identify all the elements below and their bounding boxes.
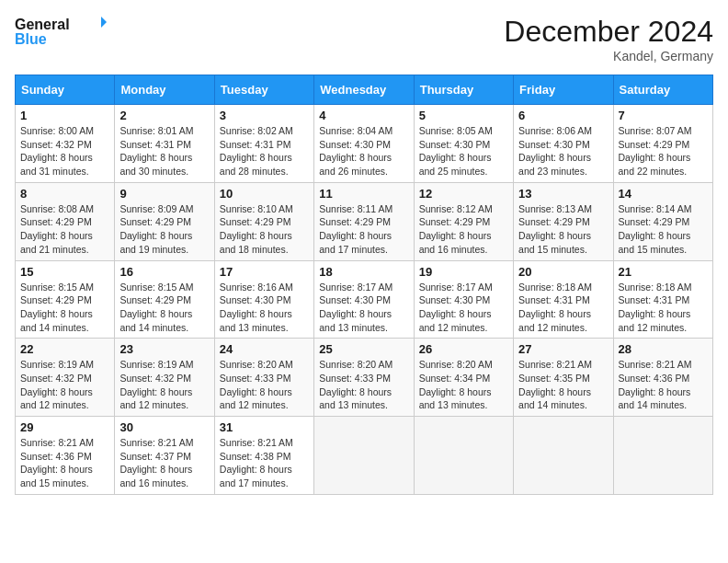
day-number: 23 [119, 342, 209, 356]
day-number: 24 [220, 342, 309, 356]
day-number: 11 [319, 187, 408, 201]
month-title: December 2024 [504, 15, 713, 49]
calendar-cell: 23Sunrise: 8:19 AMSunset: 4:32 PMDayligh… [115, 339, 214, 417]
calendar-cell: 17Sunrise: 8:16 AMSunset: 4:30 PMDayligh… [214, 260, 313, 339]
calendar-cell: 9Sunrise: 8:09 AMSunset: 4:29 PMDaylight… [115, 182, 214, 260]
calendar-cell: 13Sunrise: 8:13 AMSunset: 4:29 PMDayligh… [514, 182, 613, 260]
svg-text:Blue: Blue [15, 31, 47, 47]
day-number: 16 [119, 265, 209, 279]
day-number: 1 [20, 109, 109, 122]
day-info: Sunrise: 8:21 AMSunset: 4:36 PMDaylight:… [20, 436, 109, 490]
calendar-cell: 31Sunrise: 8:21 AMSunset: 4:38 PMDayligh… [214, 417, 313, 495]
day-number: 28 [619, 342, 708, 356]
day-info: Sunrise: 8:18 AMSunset: 4:31 PMDaylight:… [619, 281, 708, 335]
day-info: Sunrise: 8:08 AMSunset: 4:29 PMDaylight:… [20, 202, 109, 257]
calendar-table: SundayMondayTuesdayWednesdayThursdayFrid… [15, 75, 713, 495]
weekday-header: Thursday [414, 75, 513, 105]
svg-text:General: General [15, 17, 70, 32]
day-info: Sunrise: 8:09 AMSunset: 4:29 PMDaylight:… [119, 202, 209, 257]
calendar-cell: 4Sunrise: 8:04 AMSunset: 4:30 PMDaylight… [314, 105, 414, 183]
day-number: 22 [20, 342, 109, 356]
day-number: 7 [619, 109, 708, 122]
day-info: Sunrise: 8:20 AMSunset: 4:33 PMDaylight:… [220, 358, 309, 412]
day-number: 13 [518, 187, 608, 201]
calendar-cell: 6Sunrise: 8:06 AMSunset: 4:30 PMDaylight… [514, 105, 613, 183]
day-number: 19 [419, 265, 508, 279]
day-info: Sunrise: 8:06 AMSunset: 4:30 PMDaylight:… [518, 124, 608, 178]
day-info: Sunrise: 8:20 AMSunset: 4:33 PMDaylight:… [319, 358, 408, 412]
day-info: Sunrise: 8:15 AMSunset: 4:29 PMDaylight:… [20, 281, 109, 335]
day-number: 31 [220, 420, 309, 434]
calendar-header-row: SundayMondayTuesdayWednesdayThursdayFrid… [16, 75, 713, 105]
logo-icon: General Blue [15, 15, 107, 48]
day-number: 17 [220, 265, 309, 279]
logo: General Blue [15, 15, 107, 48]
day-info: Sunrise: 8:12 AMSunset: 4:29 PMDaylight:… [419, 202, 508, 257]
calendar-cell: 10Sunrise: 8:10 AMSunset: 4:29 PMDayligh… [214, 182, 313, 260]
page-header: General Blue December 2024 Kandel, Germa… [15, 15, 713, 63]
calendar-cell [613, 417, 712, 495]
calendar-cell: 22Sunrise: 8:19 AMSunset: 4:32 PMDayligh… [16, 339, 115, 417]
calendar-cell: 1Sunrise: 8:00 AMSunset: 4:32 PMDaylight… [16, 105, 115, 183]
day-info: Sunrise: 8:04 AMSunset: 4:30 PMDaylight:… [319, 124, 408, 178]
day-number: 15 [20, 265, 109, 279]
calendar-week-row: 1Sunrise: 8:00 AMSunset: 4:32 PMDaylight… [16, 105, 713, 183]
day-info: Sunrise: 8:14 AMSunset: 4:29 PMDaylight:… [619, 202, 708, 257]
day-number: 25 [319, 342, 408, 356]
weekday-header: Tuesday [214, 75, 313, 105]
day-number: 26 [419, 342, 508, 356]
day-info: Sunrise: 8:17 AMSunset: 4:30 PMDaylight:… [319, 281, 408, 335]
svg-marker-2 [101, 17, 107, 28]
calendar-cell [314, 417, 414, 495]
calendar-cell: 27Sunrise: 8:21 AMSunset: 4:35 PMDayligh… [514, 339, 613, 417]
day-number: 30 [119, 420, 209, 434]
weekday-header: Wednesday [314, 75, 414, 105]
calendar-cell: 21Sunrise: 8:18 AMSunset: 4:31 PMDayligh… [613, 260, 712, 339]
calendar-cell: 14Sunrise: 8:14 AMSunset: 4:29 PMDayligh… [613, 182, 712, 260]
weekday-header: Saturday [613, 75, 712, 105]
calendar-cell: 15Sunrise: 8:15 AMSunset: 4:29 PMDayligh… [16, 260, 115, 339]
weekday-header: Monday [115, 75, 214, 105]
calendar-cell: 3Sunrise: 8:02 AMSunset: 4:31 PMDaylight… [214, 105, 313, 183]
weekday-header: Sunday [16, 75, 115, 105]
calendar-cell: 28Sunrise: 8:21 AMSunset: 4:36 PMDayligh… [613, 339, 712, 417]
calendar-cell: 5Sunrise: 8:05 AMSunset: 4:30 PMDaylight… [414, 105, 513, 183]
day-number: 4 [319, 109, 408, 122]
day-number: 9 [119, 187, 209, 201]
day-info: Sunrise: 8:00 AMSunset: 4:32 PMDaylight:… [20, 124, 109, 178]
calendar-week-row: 8Sunrise: 8:08 AMSunset: 4:29 PMDaylight… [16, 182, 713, 260]
calendar-cell: 11Sunrise: 8:11 AMSunset: 4:29 PMDayligh… [314, 182, 414, 260]
calendar-cell: 8Sunrise: 8:08 AMSunset: 4:29 PMDaylight… [16, 182, 115, 260]
calendar-cell: 20Sunrise: 8:18 AMSunset: 4:31 PMDayligh… [514, 260, 613, 339]
day-number: 21 [619, 265, 708, 279]
day-info: Sunrise: 8:19 AMSunset: 4:32 PMDaylight:… [20, 358, 109, 412]
day-info: Sunrise: 8:02 AMSunset: 4:31 PMDaylight:… [220, 124, 309, 178]
day-info: Sunrise: 8:01 AMSunset: 4:31 PMDaylight:… [119, 124, 209, 178]
day-info: Sunrise: 8:19 AMSunset: 4:32 PMDaylight:… [119, 358, 209, 412]
day-number: 29 [20, 420, 109, 434]
calendar-cell: 18Sunrise: 8:17 AMSunset: 4:30 PMDayligh… [314, 260, 414, 339]
day-number: 14 [619, 187, 708, 201]
calendar-cell: 16Sunrise: 8:15 AMSunset: 4:29 PMDayligh… [115, 260, 214, 339]
day-info: Sunrise: 8:17 AMSunset: 4:30 PMDaylight:… [419, 281, 508, 335]
day-info: Sunrise: 8:11 AMSunset: 4:29 PMDaylight:… [319, 202, 408, 257]
day-number: 6 [518, 109, 608, 122]
weekday-header: Friday [514, 75, 613, 105]
day-info: Sunrise: 8:07 AMSunset: 4:29 PMDaylight:… [619, 124, 708, 178]
calendar-week-row: 29Sunrise: 8:21 AMSunset: 4:36 PMDayligh… [16, 417, 713, 495]
calendar-cell: 29Sunrise: 8:21 AMSunset: 4:36 PMDayligh… [16, 417, 115, 495]
day-info: Sunrise: 8:16 AMSunset: 4:30 PMDaylight:… [220, 281, 309, 335]
day-info: Sunrise: 8:21 AMSunset: 4:36 PMDaylight:… [619, 358, 708, 412]
calendar-cell: 30Sunrise: 8:21 AMSunset: 4:37 PMDayligh… [115, 417, 214, 495]
calendar-week-row: 15Sunrise: 8:15 AMSunset: 4:29 PMDayligh… [16, 260, 713, 339]
day-number: 10 [220, 187, 309, 201]
day-info: Sunrise: 8:18 AMSunset: 4:31 PMDaylight:… [518, 281, 608, 335]
calendar-cell: 2Sunrise: 8:01 AMSunset: 4:31 PMDaylight… [115, 105, 214, 183]
day-number: 2 [119, 109, 209, 122]
day-info: Sunrise: 8:10 AMSunset: 4:29 PMDaylight:… [220, 202, 309, 257]
calendar-cell: 24Sunrise: 8:20 AMSunset: 4:33 PMDayligh… [214, 339, 313, 417]
day-number: 5 [419, 109, 508, 122]
calendar-cell [514, 417, 613, 495]
calendar-cell: 12Sunrise: 8:12 AMSunset: 4:29 PMDayligh… [414, 182, 513, 260]
day-number: 3 [220, 109, 309, 122]
